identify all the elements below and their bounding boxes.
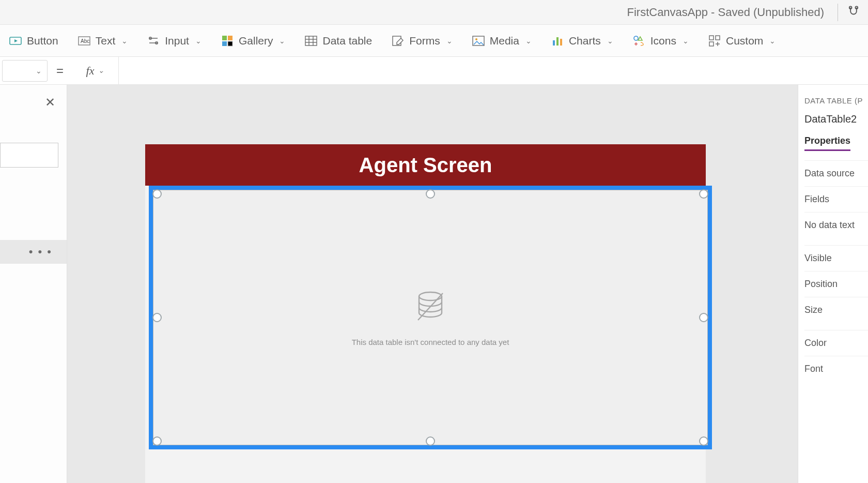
svg-rect-25 bbox=[709, 36, 714, 40]
screen-title: Agent Screen bbox=[145, 144, 706, 186]
icons-icon bbox=[633, 35, 645, 47]
control-category: DATA TABLE (P bbox=[804, 96, 868, 105]
svg-rect-12 bbox=[228, 41, 233, 46]
prop-color[interactable]: Color bbox=[804, 330, 868, 356]
svg-rect-23 bbox=[560, 39, 562, 46]
insert-button[interactable]: Button bbox=[5, 32, 63, 50]
formula-bar: ⌄ = fx ⌄ bbox=[0, 57, 868, 85]
insert-input[interactable]: Input ⌄ bbox=[143, 32, 206, 50]
tree-view-panel: ✕ • • • bbox=[0, 85, 67, 483]
svg-point-20 bbox=[475, 38, 477, 40]
chevron-down-icon: ⌄ bbox=[446, 37, 453, 45]
prop-data-source[interactable]: Data source bbox=[804, 160, 868, 186]
svg-point-1 bbox=[856, 6, 858, 9]
forms-icon bbox=[392, 35, 404, 47]
formula-input[interactable] bbox=[119, 57, 868, 84]
insert-custom-label: Custom bbox=[726, 35, 763, 47]
insert-datatable-label: Data table bbox=[322, 35, 372, 47]
insert-gallery[interactable]: Gallery ⌄ bbox=[217, 32, 290, 50]
tree-item-selected[interactable]: • • • bbox=[0, 240, 67, 264]
close-icon[interactable]: ✕ bbox=[45, 95, 55, 110]
chevron-down-icon: ⌄ bbox=[525, 37, 532, 45]
media-icon bbox=[472, 35, 485, 47]
app-checker-icon[interactable] bbox=[844, 3, 863, 22]
insert-custom[interactable]: Custom ⌄ bbox=[704, 32, 780, 50]
svg-rect-26 bbox=[716, 36, 720, 40]
insert-media-label: Media bbox=[490, 35, 519, 47]
property-selector[interactable]: ⌄ bbox=[2, 60, 48, 82]
chevron-down-icon: ⌄ bbox=[607, 37, 613, 45]
svg-rect-13 bbox=[305, 36, 317, 46]
insert-datatable[interactable]: Data table bbox=[301, 32, 376, 50]
svg-rect-11 bbox=[222, 41, 227, 46]
prop-font[interactable]: Font bbox=[804, 356, 868, 382]
app-title: FirstCanvasApp - Saved (Unpublished) bbox=[627, 6, 824, 19]
chevron-down-icon: ⌄ bbox=[683, 37, 689, 45]
svg-rect-9 bbox=[222, 36, 227, 40]
resize-grip-bottom-left[interactable] bbox=[152, 436, 162, 446]
prop-visible[interactable]: Visible bbox=[804, 245, 868, 271]
datatable-empty-message: This data table isn't connected to any d… bbox=[352, 338, 509, 346]
insert-input-label: Input bbox=[165, 35, 189, 47]
insert-icons-label: Icons bbox=[650, 35, 676, 47]
prop-size[interactable]: Size bbox=[804, 297, 868, 323]
text-icon: Abc bbox=[78, 35, 90, 47]
chevron-down-icon: ⌄ bbox=[769, 37, 776, 45]
charts-icon bbox=[551, 35, 564, 47]
insert-ribbon: Button Abc Text ⌄ Input ⌄ Gallery ⌄ bbox=[0, 25, 868, 57]
insert-forms[interactable]: Forms ⌄ bbox=[388, 32, 457, 50]
insert-forms-label: Forms bbox=[409, 35, 440, 47]
chevron-down-icon: ⌄ bbox=[121, 37, 128, 45]
resize-grip-top-center[interactable] bbox=[426, 189, 435, 199]
prop-no-data[interactable]: No data text bbox=[804, 212, 868, 238]
resize-grip-top-left[interactable] bbox=[152, 189, 162, 199]
custom-icon bbox=[708, 35, 721, 47]
svg-point-24 bbox=[634, 36, 638, 40]
resize-grip-mid-left[interactable] bbox=[152, 313, 162, 322]
svg-rect-21 bbox=[553, 40, 555, 46]
resize-grip-bottom-center[interactable] bbox=[426, 436, 435, 446]
database-icon bbox=[412, 289, 449, 328]
titlebar-divider bbox=[838, 4, 838, 21]
resize-grip-bottom-right[interactable] bbox=[699, 436, 708, 446]
svg-point-28 bbox=[419, 292, 442, 300]
svg-rect-27 bbox=[709, 42, 714, 46]
chevron-down-icon: ⌄ bbox=[36, 67, 42, 75]
insert-text[interactable]: Abc Text ⌄ bbox=[74, 32, 132, 50]
button-icon bbox=[9, 35, 22, 47]
equals-sign: = bbox=[48, 64, 72, 78]
prop-position[interactable]: Position bbox=[804, 271, 868, 297]
canvas[interactable]: Agent Screen This data table isn't conne… bbox=[67, 85, 798, 483]
insert-charts[interactable]: Charts ⌄ bbox=[547, 32, 617, 50]
selected-datatable-control[interactable]: This data table isn't connected to any d… bbox=[149, 186, 712, 449]
control-name[interactable]: DataTable2 bbox=[804, 113, 868, 125]
prop-fields[interactable]: Fields bbox=[804, 186, 868, 212]
svg-text:Abc: Abc bbox=[81, 38, 89, 44]
fx-button[interactable]: fx ⌄ bbox=[72, 57, 119, 85]
tree-search-input[interactable] bbox=[0, 143, 58, 168]
insert-icons[interactable]: Icons ⌄ bbox=[629, 32, 693, 50]
resize-grip-mid-right[interactable] bbox=[699, 313, 708, 322]
insert-charts-label: Charts bbox=[569, 35, 601, 47]
tab-properties[interactable]: Properties bbox=[804, 135, 850, 151]
datatable-body: This data table isn't connected to any d… bbox=[153, 190, 708, 445]
svg-rect-22 bbox=[556, 37, 559, 46]
insert-text-label: Text bbox=[96, 35, 116, 47]
chevron-down-icon: ⌄ bbox=[195, 37, 202, 45]
insert-media[interactable]: Media ⌄ bbox=[468, 32, 536, 50]
chevron-down-icon: ⌄ bbox=[279, 37, 285, 45]
svg-rect-10 bbox=[228, 36, 233, 40]
insert-gallery-label: Gallery bbox=[239, 35, 273, 47]
input-icon bbox=[147, 35, 160, 47]
titlebar: FirstCanvasApp - Saved (Unpublished) bbox=[0, 0, 868, 25]
resize-grip-top-right[interactable] bbox=[699, 189, 708, 199]
main-area: ✕ • • • Agent Screen This d bbox=[0, 85, 868, 483]
gallery-icon bbox=[221, 35, 234, 47]
fx-label: fx bbox=[86, 64, 95, 78]
datatable-icon bbox=[305, 35, 317, 47]
svg-point-0 bbox=[849, 6, 852, 9]
properties-panel: DATA TABLE (P DataTable2 Properties Data… bbox=[798, 85, 868, 483]
insert-button-label: Button bbox=[27, 35, 58, 47]
chevron-down-icon: ⌄ bbox=[98, 66, 104, 75]
